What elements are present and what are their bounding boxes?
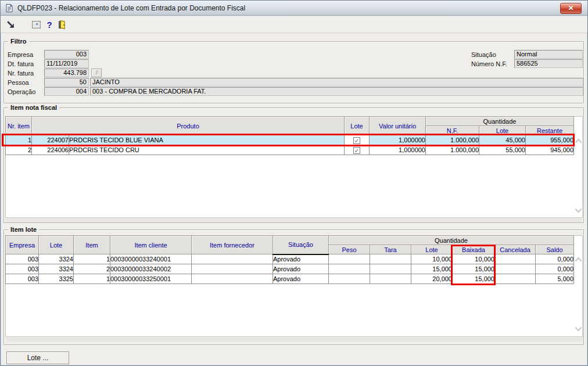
checkbox-checked-icon[interactable]: ✓ bbox=[353, 147, 360, 154]
scroll-down-icon[interactable] bbox=[575, 207, 583, 213]
cell-tara[interactable] bbox=[370, 274, 411, 284]
cell-situacao[interactable]: Aprovado bbox=[273, 274, 329, 284]
cell-produto-codigo[interactable]: 224007 bbox=[32, 135, 69, 145]
col-header-situacao[interactable]: Situação bbox=[273, 236, 329, 254]
col-header-qtd-lote[interactable]: Lote bbox=[411, 245, 453, 254]
cell-lote[interactable]: 3324 bbox=[39, 264, 74, 274]
cell-qtd-restante[interactable]: 945,000 bbox=[526, 145, 574, 155]
cell-lote-checkbox[interactable]: ✓ bbox=[345, 135, 370, 145]
col-header-item[interactable]: Item bbox=[74, 236, 110, 254]
nr-fatura-field[interactable]: 443.798 bbox=[44, 69, 89, 77]
cell-lote-checkbox[interactable]: ✓ bbox=[345, 145, 370, 155]
cell-situacao[interactable]: Aprovado bbox=[273, 254, 329, 264]
cell-baixada[interactable]: 15,000 bbox=[453, 264, 495, 274]
cell-qtd-lote[interactable]: 45,000 bbox=[479, 135, 526, 145]
cell-item-cliente[interactable]: 00030000033240002 bbox=[110, 264, 192, 274]
col-header-item-cliente[interactable]: Item cliente bbox=[110, 236, 192, 254]
col-header-valor-unitario[interactable]: Valor unitário bbox=[370, 117, 426, 135]
cell-lote[interactable]: 3324 bbox=[39, 254, 74, 264]
col-header-cancelada[interactable]: Cancelada bbox=[495, 245, 536, 254]
cell-qtd-lote[interactable]: 55,000 bbox=[479, 145, 526, 155]
cell-item-fornecedor[interactable] bbox=[192, 254, 273, 264]
numero-nf-field[interactable]: 586525 bbox=[514, 59, 583, 68]
cell-item[interactable]: 2 bbox=[74, 264, 110, 274]
operacao-desc-field[interactable]: 003 - COMPRA DE MERCADORIA FAT. bbox=[90, 87, 583, 96]
cell-tara[interactable] bbox=[370, 264, 411, 274]
cell-saldo[interactable]: 5,000 bbox=[536, 274, 574, 284]
nota-fiscal-row[interactable]: 1 224007 PRDCRIS TECIDO BLUE VIANA ✓ 1,0… bbox=[6, 135, 574, 145]
execute-icon[interactable] bbox=[6, 20, 16, 30]
col-header-qtd-lote[interactable]: Lote bbox=[479, 126, 526, 135]
situacao-field[interactable]: Normal bbox=[514, 50, 583, 59]
col-header-nr-item[interactable]: Nr. item bbox=[6, 117, 32, 135]
col-header-baixada[interactable]: Baixada bbox=[453, 245, 495, 254]
cell-cancelada[interactable] bbox=[495, 274, 536, 284]
cell-cancelada[interactable] bbox=[495, 264, 536, 274]
cell-valor-unitario[interactable]: 1,000000 bbox=[370, 135, 426, 145]
lote-button[interactable]: Lote ... bbox=[6, 351, 69, 364]
col-header-saldo[interactable]: Saldo bbox=[536, 245, 574, 254]
cell-lote[interactable]: 3325 bbox=[39, 274, 74, 284]
cell-qtd-lote[interactable]: 15,000 bbox=[411, 264, 453, 274]
col-header-peso[interactable]: Peso bbox=[329, 245, 370, 254]
cell-nr-item[interactable]: 1 bbox=[6, 135, 32, 145]
cell-empresa[interactable]: 003 bbox=[6, 274, 39, 284]
empresa-field[interactable]: 003 bbox=[44, 50, 89, 59]
help-icon[interactable]: ? bbox=[45, 20, 53, 30]
lote-row[interactable]: 003 3324 1 00030000033240001 Aprovado 10… bbox=[6, 254, 574, 264]
col-header-nf[interactable]: N.F. bbox=[426, 126, 479, 135]
col-header-lote[interactable]: Lote bbox=[39, 236, 74, 254]
pessoa-code-field[interactable]: 50 bbox=[44, 78, 89, 87]
cell-item-cliente[interactable]: 00030000033240001 bbox=[110, 254, 192, 264]
cell-saldo[interactable]: 0,000 bbox=[536, 264, 574, 274]
scroll-down-icon[interactable] bbox=[575, 326, 583, 332]
cell-nr-item[interactable]: 2 bbox=[6, 145, 32, 155]
col-header-restante[interactable]: Restante bbox=[526, 126, 574, 135]
col-header-quantidade[interactable]: Quantidade bbox=[426, 117, 574, 126]
cell-empresa[interactable]: 003 bbox=[6, 254, 39, 264]
cell-item-cliente[interactable]: 00030000033250001 bbox=[110, 274, 192, 284]
dt-fatura-field[interactable]: 11/11/2019 bbox=[44, 59, 89, 68]
nota-fiscal-row[interactable]: 2 224006 PRDCRIS TECIDO CRU ✓ 1,000000 1… bbox=[6, 145, 574, 155]
checkbox-checked-icon[interactable]: ✓ bbox=[353, 137, 360, 144]
scroll-up-icon[interactable] bbox=[575, 256, 583, 262]
cell-produto-descricao[interactable]: PRDCRIS TECIDO BLUE VIANA bbox=[69, 135, 345, 145]
cell-cancelada[interactable] bbox=[495, 254, 536, 264]
cell-item[interactable]: 1 bbox=[74, 254, 110, 264]
cell-produto-codigo[interactable]: 224006 bbox=[32, 145, 69, 155]
col-header-produto[interactable]: Produto bbox=[32, 117, 345, 135]
cell-qtd-nf[interactable]: 1.000,000 bbox=[426, 135, 479, 145]
exit-icon[interactable] bbox=[57, 20, 67, 30]
cell-valor-unitario[interactable]: 1,000000 bbox=[370, 145, 426, 155]
cell-item-fornecedor[interactable] bbox=[192, 264, 273, 274]
col-header-lote[interactable]: Lote bbox=[345, 117, 370, 135]
cell-qtd-restante[interactable]: 955,000 bbox=[526, 135, 574, 145]
item-lote-hscrollbar[interactable] bbox=[6, 336, 582, 342]
cell-saldo[interactable]: 0,000 bbox=[536, 254, 574, 264]
close-button[interactable]: ✕ bbox=[560, 3, 582, 14]
cell-qtd-nf[interactable]: 1.000,000 bbox=[426, 145, 479, 155]
cell-peso[interactable] bbox=[329, 254, 370, 264]
col-header-tara[interactable]: Tara bbox=[370, 245, 411, 254]
cell-baixada[interactable]: 15,000 bbox=[453, 274, 495, 284]
cell-peso[interactable] bbox=[329, 274, 370, 284]
nr-fatura-lookup-button[interactable]: // bbox=[91, 69, 102, 77]
col-header-quantidade[interactable]: Quantidade bbox=[329, 236, 574, 245]
item-nota-fiscal-hscrollbar[interactable] bbox=[6, 217, 582, 223]
cell-qtd-lote[interactable]: 20,000 bbox=[411, 274, 453, 284]
cell-tara[interactable] bbox=[370, 254, 411, 264]
col-header-empresa[interactable]: Empresa bbox=[6, 236, 39, 254]
cell-situacao[interactable]: Aprovado bbox=[273, 264, 329, 274]
lote-row[interactable]: 003 3325 1 00030000033250001 Aprovado 20… bbox=[6, 274, 574, 284]
cell-baixada[interactable]: 10,000 bbox=[453, 254, 495, 264]
cell-item-fornecedor[interactable] bbox=[192, 274, 273, 284]
operacao-code-field[interactable]: 004 bbox=[44, 87, 89, 96]
col-header-item-fornecedor[interactable]: Item fornecedor bbox=[192, 236, 273, 254]
cell-peso[interactable] bbox=[329, 264, 370, 274]
scroll-up-icon[interactable] bbox=[575, 138, 583, 143]
pessoa-name-field[interactable]: JACINTO bbox=[90, 78, 583, 87]
cell-qtd-lote[interactable]: 10,000 bbox=[411, 254, 453, 264]
lote-row[interactable]: 003 3324 2 00030000033240002 Aprovado 15… bbox=[6, 264, 574, 274]
grid-icon[interactable] bbox=[31, 20, 42, 30]
cell-item[interactable]: 1 bbox=[74, 274, 110, 284]
